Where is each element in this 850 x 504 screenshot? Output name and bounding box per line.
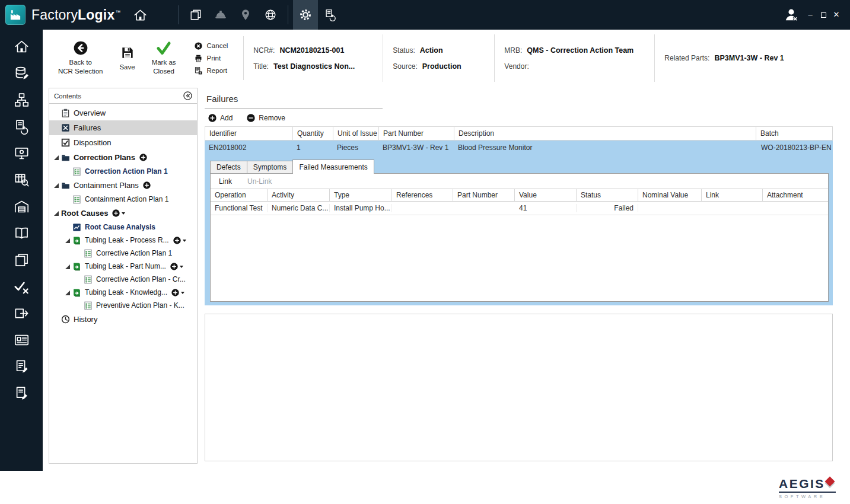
add-options-caret-icon[interactable]	[181, 292, 184, 296]
save-button[interactable]: Save	[119, 45, 135, 72]
add-options-caret-icon[interactable]	[122, 212, 125, 216]
tree-item-corrective-action-plan-1[interactable]: Corrective Action Plan 1	[49, 247, 197, 260]
tree-item-corrective-action-plan-cr[interactable]: Corrective Action Plan - Cr...	[49, 273, 197, 286]
collapse-panel-icon[interactable]	[183, 91, 192, 100]
add-correction-plans-button[interactable]	[139, 154, 147, 161]
column-header-part-number[interactable]: Part Number	[453, 189, 515, 201]
factorylogix-logo-icon	[5, 5, 26, 25]
column-header-attachment[interactable]: Attachment	[763, 189, 828, 201]
sidebar-data-editor-icon[interactable]	[11, 63, 31, 82]
column-header-value[interactable]: Value	[515, 189, 577, 201]
column-header-nominal-value[interactable]: Nominal Value	[638, 189, 702, 201]
tree-item-disposition[interactable]: Disposition	[49, 135, 197, 150]
sidebar-process-flow-icon[interactable]	[11, 90, 31, 109]
tree-item-overview[interactable]: Overview	[49, 106, 197, 120]
column-header-part-number[interactable]: Part Number	[379, 127, 454, 140]
tree-item-root-cause-analysis[interactable]: Root Cause Analysis	[49, 221, 197, 234]
unlink-button[interactable]: Un-Link	[244, 177, 272, 186]
print-button[interactable]: Print	[194, 54, 228, 63]
tree-item-label: Correction Action Plan 1	[85, 167, 168, 176]
maximize-button[interactable]	[817, 0, 830, 30]
add-containment-plans-button[interactable]	[143, 181, 151, 189]
column-header-description[interactable]: Description	[454, 127, 756, 140]
add-tubing-leak-process-r-button[interactable]	[173, 237, 181, 244]
sidebar-documentation-icon[interactable]	[11, 224, 31, 243]
tree-item-failures[interactable]: Failures	[49, 120, 197, 135]
tree-item-correction-action-plan-1[interactable]: Correction Action Plan 1	[49, 165, 197, 178]
tab-symptoms[interactable]: Symptoms	[247, 161, 294, 173]
tree-expander-icon[interactable]	[53, 210, 59, 216]
sidebar-rework-icon[interactable]	[11, 117, 31, 136]
user-logout-icon[interactable]	[779, 0, 804, 30]
back-icon	[73, 40, 88, 56]
measurement-row[interactable]: Functional TestNumeric Data C...Install …	[211, 202, 828, 215]
report-button[interactable]: Report	[194, 66, 228, 75]
column-header-batch[interactable]: Batch	[756, 127, 832, 140]
add-options-caret-icon[interactable]	[180, 266, 183, 270]
tree-item-tubing-leak-part-num[interactable]: Tubing Leak - Part Num...	[49, 260, 197, 273]
link-button[interactable]: Link	[215, 177, 232, 186]
tree-expander-spacer	[53, 139, 59, 146]
home-icon[interactable]	[128, 0, 153, 30]
sidebar-material-transfer-icon[interactable]	[11, 304, 31, 323]
add-failure-button[interactable]: Add	[208, 114, 233, 122]
mark-as-closed-button[interactable]: Mark as Closed	[152, 40, 176, 76]
sidebar-document-copy-icon[interactable]	[11, 250, 31, 269]
tab-defects[interactable]: Defects	[210, 161, 247, 173]
column-header-status[interactable]: Status	[577, 189, 638, 201]
column-header-activity[interactable]: Activity	[268, 189, 330, 201]
add-root-causes-button[interactable]	[112, 209, 120, 217]
documents-icon[interactable]	[183, 0, 208, 30]
sidebar-lot-query-icon[interactable]	[11, 170, 31, 189]
brand-logix: Logix	[78, 7, 114, 23]
minimize-button[interactable]: –	[804, 0, 817, 30]
tree-expander-icon[interactable]	[53, 182, 59, 189]
column-header-unit-of-issue[interactable]: Unit of Issue	[333, 127, 379, 140]
add-tubing-leak-part-num-button[interactable]	[170, 263, 178, 270]
back-to-ncr-selection-button[interactable]: Back to NCR Selection	[58, 40, 103, 76]
tree-item-containment-action-plan-1[interactable]: Containment Action Plan 1	[49, 193, 197, 206]
tree-item-history[interactable]: History	[49, 312, 197, 327]
remove-failure-button[interactable]: Remove	[247, 114, 285, 122]
tree-item-tubing-leak-process-r[interactable]: Tubing Leak - Process R...	[49, 234, 197, 247]
tab-failed-measurements[interactable]: Failed Measurements	[292, 160, 374, 174]
ncr-document-icon[interactable]	[318, 0, 343, 30]
location-pin-icon[interactable]	[233, 0, 258, 30]
column-header-identifier[interactable]: Identifier	[205, 127, 293, 140]
failure-row-selected[interactable]: EN20180021PiecesBP3MV1-3W - Rev 1Blood P…	[205, 141, 833, 155]
column-header-quantity[interactable]: Quantity	[293, 127, 333, 140]
tree-expander-icon[interactable]	[53, 154, 59, 161]
column-header-link[interactable]: Link	[702, 189, 763, 201]
sidebar-notes-icon[interactable]	[11, 384, 31, 403]
sidebar-station-monitor-icon[interactable]	[11, 143, 31, 162]
globe-icon[interactable]	[258, 0, 283, 30]
cancel-button[interactable]: Cancel	[194, 42, 228, 50]
mark-closed-label-2: Closed	[153, 67, 174, 76]
production-hardhat-icon[interactable]	[208, 0, 233, 30]
sidebar-home-icon[interactable]	[11, 37, 31, 56]
tree-expander-spacer	[53, 316, 59, 323]
report-icon	[194, 66, 203, 75]
add-tubing-leak-knowledg-button[interactable]	[171, 289, 179, 296]
sidebar-verification-icon[interactable]	[11, 277, 31, 296]
settings-gear-icon[interactable]	[293, 0, 318, 30]
tree-item-containment-plans[interactable]: Containment Plans	[49, 178, 197, 193]
tree-item-tubing-leak-knowledg[interactable]: Tubing Leak - Knowledg...	[49, 286, 197, 299]
sidebar-data-recording-icon[interactable]	[11, 357, 31, 376]
column-header-type[interactable]: Type	[330, 189, 392, 201]
tree-expander-icon[interactable]	[64, 289, 71, 296]
column-header-operation[interactable]: Operation	[211, 189, 268, 201]
tree-item-preventive-action-plan-k[interactable]: Preventive Action Plan - K...	[49, 299, 197, 312]
tree-item-root-causes[interactable]: Root Causes	[49, 206, 197, 221]
cell-1: 1	[292, 143, 333, 152]
tree-expander-icon[interactable]	[64, 237, 71, 244]
tree-item-label: Failures	[74, 123, 101, 132]
mrb-value: QMS - Correction Action Team	[527, 46, 633, 55]
tree-item-correction-plans[interactable]: Correction Plans	[49, 150, 197, 165]
tree-expander-icon[interactable]	[64, 263, 71, 270]
sidebar-work-instructions-icon[interactable]	[11, 330, 31, 349]
column-header-references[interactable]: References	[392, 189, 453, 201]
sidebar-warehouse-icon[interactable]	[11, 197, 31, 216]
close-button[interactable]: ✕	[830, 0, 843, 30]
add-options-caret-icon[interactable]	[183, 240, 186, 244]
